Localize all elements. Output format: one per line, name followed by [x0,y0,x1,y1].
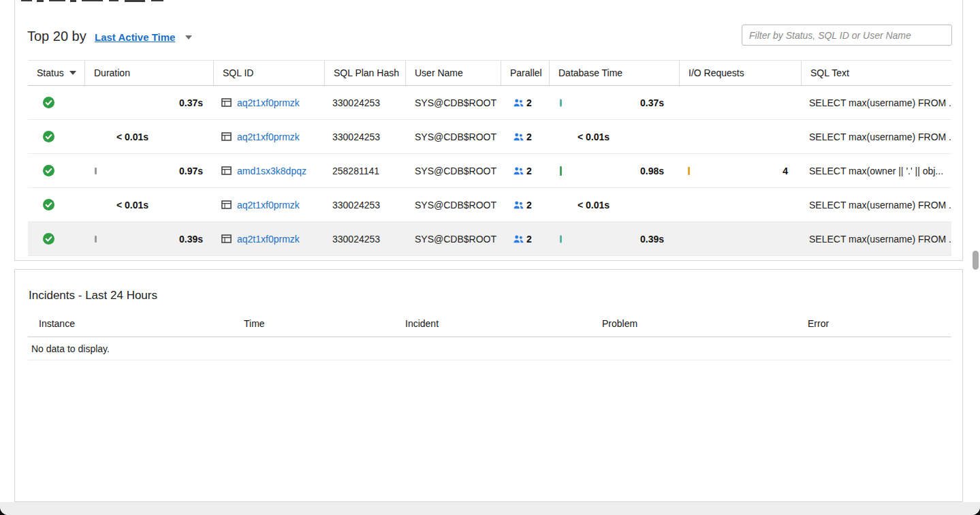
database-time-value: 0.39s [640,234,664,245]
database-time-bar [560,99,562,106]
parallel-users-icon [513,200,524,210]
cell-database-time: 0.98s [549,154,679,187]
sql-id-link[interactable]: aq2t1xf0prmzk [237,200,300,210]
database-time-value: 0.98s [640,166,664,176]
column-header-label: I/O Requests [689,67,744,78]
cell-user-name: SYS@CDB$ROOT [405,222,501,255]
duration-value: < 0.01s [116,131,148,142]
sql-monitor-icon [221,234,232,244]
parallel-users-icon [513,166,524,176]
sql-text-value: SELECT max(username) FROM ... [809,234,951,245]
column-header-problem[interactable]: Problem [591,318,797,329]
cell-parallel: 2 [501,154,549,187]
parallel-value: 2 [526,97,532,108]
table-row[interactable]: 0.37s aq2t1xf0prmzk 330024253 SYS@CDB$RO… [28,86,951,120]
cell-sql-text: SELECT max(owner || '.' || obj... [801,154,951,187]
duration-value: < 0.01s [116,200,148,210]
column-header-incident[interactable]: Incident [394,318,591,329]
user-name-value: SYS@CDB$ROOT [415,166,496,176]
status-success-icon [43,131,54,142]
user-name-value: SYS@CDB$ROOT [415,97,496,108]
table-row[interactable]: < 0.01s aq2t1xf0prmzk 330024253 SYS@CDB$… [28,120,951,154]
column-header-label: Duration [94,67,130,78]
column-header-parallel[interactable]: Parallel [501,61,549,85]
duration-bar [95,168,97,174]
chevron-down-icon[interactable] [185,35,192,40]
cell-sql-text: SELECT max(username) FROM ... [801,120,951,153]
parallel-value: 2 [526,131,532,142]
cell-io-requests: 4 [679,154,801,187]
sql-id-link[interactable]: amd1sx3k8dpqz [237,166,306,176]
table-row[interactable]: 0.97s amd1sx3k8dpqz 258281141 SYS@CDB$RO… [28,154,951,188]
cell-database-time: 0.37s [549,86,679,119]
cell-duration: 0.39s [84,222,213,255]
column-header-io-requests[interactable]: I/O Requests [679,61,801,85]
cell-duration: < 0.01s [84,120,213,153]
parallel-users-icon [513,234,524,244]
duration-value: 0.97s [179,166,203,176]
incidents-header-row: Instance Time Incident Problem Error [28,311,951,337]
window-footer-strip [0,502,980,515]
column-header-label: Status [37,67,64,78]
column-header-database-time[interactable]: Database Time [549,61,679,85]
vertical-scrollbar-thumb[interactable] [973,251,979,270]
parallel-value: 2 [526,166,532,176]
cell-plan-hash: 258281141 [324,154,405,187]
cell-status [28,154,84,187]
panel-title: Top 20 by [27,29,86,44]
column-header-plan-hash[interactable]: SQL Plan Hash [324,61,405,85]
column-header-duration[interactable]: Duration [84,61,213,85]
cell-io-requests [679,120,801,153]
column-header-error[interactable]: Error [797,318,951,329]
cell-sql-id: aq2t1xf0prmzk [213,86,324,119]
table-row[interactable]: 0.39s aq2t1xf0prmzk 330024253 SYS@CDB$RO… [28,222,951,256]
cell-sql-text: SELECT max(username) FROM ... [801,222,951,255]
cell-sql-id: aq2t1xf0prmzk [213,120,324,153]
plan-hash-value: 330024253 [332,97,380,108]
duration-value: 0.39s [179,234,203,245]
incidents-table: Instance Time Incident Problem Error No … [28,311,951,360]
column-header-time[interactable]: Time [233,318,394,329]
clipped-content-above [14,0,832,3]
status-success-icon [43,165,54,176]
cell-sql-id: aq2t1xf0prmzk [213,188,324,221]
cell-user-name: SYS@CDB$ROOT [405,154,501,187]
cell-sql-id: aq2t1xf0prmzk [213,222,324,255]
table-row[interactable]: < 0.01s aq2t1xf0prmzk 330024253 SYS@CDB$… [28,188,951,222]
cell-user-name: SYS@CDB$ROOT [405,188,501,221]
column-header-status[interactable]: Status [28,61,84,85]
column-header-label: SQL Text [810,67,849,78]
parallel-users-icon [513,98,524,108]
plan-hash-value: 258281141 [332,166,379,176]
incidents-panel: Incidents - Last 24 Hours Instance Time … [14,269,963,502]
table-body: 0.37s aq2t1xf0prmzk 330024253 SYS@CDB$RO… [28,86,951,256]
sql-id-link[interactable]: aq2t1xf0prmzk [237,97,300,108]
cell-sql-id: amd1sx3k8dpqz [213,154,324,187]
user-name-value: SYS@CDB$ROOT [415,234,496,245]
cell-parallel: 2 [501,120,549,153]
sql-monitor-icon [221,97,232,108]
cell-plan-hash: 330024253 [324,222,405,255]
sql-monitor-icon [221,166,232,176]
column-header-label: Parallel [510,67,542,78]
column-header-label: SQL ID [223,67,253,78]
sort-by-link[interactable]: Last Active Time [95,31,175,43]
sql-id-link[interactable]: aq2t1xf0prmzk [237,234,300,245]
sql-id-link[interactable]: aq2t1xf0prmzk [237,131,300,142]
cell-plan-hash: 330024253 [324,120,405,153]
status-success-icon [43,233,54,245]
filter-input[interactable] [742,25,952,46]
cell-plan-hash: 330024253 [324,188,405,221]
cell-parallel: 2 [501,86,549,119]
top-sql-panel: Top 20 by Last Active Time Status Durati… [14,0,963,261]
column-header-sql-id[interactable]: SQL ID [213,61,324,85]
sql-monitor-icon [221,131,232,142]
plan-hash-value: 330024253 [332,200,380,210]
cell-io-requests [679,86,801,119]
column-header-instance[interactable]: Instance [28,318,233,329]
column-header-user-name[interactable]: User Name [405,61,501,85]
incidents-title: Incidents - Last 24 Hours [29,289,157,302]
cell-status [28,188,84,221]
sql-text-value: SELECT max(username) FROM ... [809,200,951,210]
column-header-sql-text[interactable]: SQL Text [801,61,951,85]
